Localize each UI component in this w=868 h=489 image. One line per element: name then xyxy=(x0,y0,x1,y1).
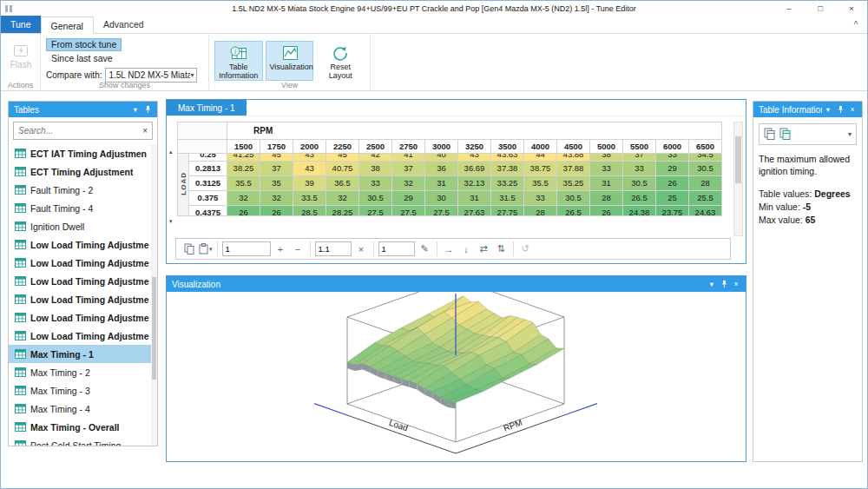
visualization-button[interactable]: Visualization xyxy=(266,41,314,81)
tables-list-item[interactable]: ECT Timing Adjustment xyxy=(9,162,151,181)
rpm-breakpoint[interactable]: 3250 xyxy=(458,140,491,154)
table-cell[interactable]: 43 xyxy=(293,154,326,162)
table-cell[interactable]: 33 xyxy=(359,176,392,191)
table-cell[interactable]: 30 xyxy=(425,191,458,206)
table-cell[interactable]: 45 xyxy=(326,154,359,162)
table-cell[interactable]: 30.5 xyxy=(557,191,590,206)
table-cell[interactable]: 37.88 xyxy=(557,162,590,176)
table-information-button[interactable]: i Table Information xyxy=(214,41,263,81)
table-cell[interactable]: 43.88 xyxy=(557,154,590,162)
fill-right-icon[interactable]: → xyxy=(442,241,457,256)
tables-list-item[interactable]: Max Timing - 2 xyxy=(9,363,151,381)
table-cell[interactable]: 26 xyxy=(227,206,260,216)
table-cell[interactable]: 36.69 xyxy=(458,162,491,176)
flash-button[interactable]: Flash xyxy=(6,37,36,76)
table-cell[interactable]: 27.5 xyxy=(392,206,425,216)
table-cell[interactable]: 32 xyxy=(326,191,359,206)
since-last-save-option[interactable]: Since last save xyxy=(46,53,113,63)
table-cell[interactable]: 33 xyxy=(524,191,557,206)
table-cell[interactable]: 43 xyxy=(293,162,326,176)
tables-list-item[interactable]: Low Load Timing Adjustme xyxy=(9,290,151,308)
table-cell[interactable]: 32.13 xyxy=(458,176,491,191)
paste-button[interactable]: ▾ xyxy=(199,243,213,254)
table-cell[interactable]: 28 xyxy=(689,176,722,191)
table-cell[interactable]: 45 xyxy=(260,154,293,162)
tab-general[interactable]: General xyxy=(41,17,94,34)
table-cell[interactable]: 26 xyxy=(260,206,293,216)
tables-list-item[interactable]: Low Load Timing Adjustme xyxy=(9,235,151,254)
rpm-breakpoint[interactable]: 4000 xyxy=(524,140,557,154)
table-cell[interactable]: 33.5 xyxy=(293,191,326,206)
rpm-breakpoint[interactable]: 2250 xyxy=(326,140,359,154)
table-cell[interactable]: 27.5 xyxy=(359,206,392,216)
table-cell[interactable]: 33 xyxy=(656,154,689,162)
grid-scrollbar-thumb[interactable] xyxy=(735,136,741,183)
load-breakpoint[interactable]: 0.4375 xyxy=(189,206,227,216)
search-input[interactable] xyxy=(18,126,139,135)
rpm-breakpoint[interactable]: 2750 xyxy=(392,140,425,154)
multiply-icon[interactable]: × xyxy=(354,241,369,256)
chevron-down-icon[interactable]: ▾ xyxy=(129,105,141,114)
tables-list-item[interactable]: Low Load Timing Adjustme xyxy=(9,327,151,345)
maximize-button[interactable]: □ xyxy=(805,1,836,17)
table-cell[interactable]: 43.63 xyxy=(491,154,524,162)
table-cell[interactable]: 40.75 xyxy=(326,162,359,176)
chevron-down-icon[interactable]: ▾ xyxy=(848,130,852,138)
tables-list-item[interactable]: Post Cold Start Timing xyxy=(9,436,151,446)
rpm-breakpoint[interactable]: 1750 xyxy=(260,140,293,154)
tables-scrollbar-thumb[interactable] xyxy=(152,277,156,380)
tab-advanced[interactable]: Advanced xyxy=(94,16,154,33)
tables-list-item[interactable]: Low Load Timing Adjustme xyxy=(9,308,151,327)
table-cell[interactable]: 42 xyxy=(359,154,392,162)
chevron-down-icon[interactable]: ▾ xyxy=(822,105,834,114)
from-stock-tune-option[interactable]: From stock tune xyxy=(46,38,122,51)
table-cell[interactable]: 33.25 xyxy=(491,176,524,191)
table-cell[interactable]: 38 xyxy=(359,162,392,176)
table-cell[interactable]: 24.38 xyxy=(623,206,656,216)
load-breakpoint[interactable]: 0.375 xyxy=(189,191,227,206)
tables-list-item[interactable]: Fault Timing - 2 xyxy=(9,181,151,199)
table-cell[interactable]: 35 xyxy=(260,176,293,191)
table-cell[interactable]: 27.63 xyxy=(458,206,491,216)
tables-list-item[interactable]: Fault Timing - 4 xyxy=(9,199,151,217)
rpm-breakpoint[interactable]: 2000 xyxy=(293,140,326,154)
close-button[interactable]: × xyxy=(836,1,867,17)
table-cell[interactable]: 32 xyxy=(227,191,260,206)
table-cell[interactable]: 36.5 xyxy=(326,176,359,191)
pencil-icon[interactable]: ✎ xyxy=(418,241,432,256)
table-cell[interactable]: 43 xyxy=(458,154,491,162)
table-cell[interactable]: 26.5 xyxy=(623,191,656,206)
swap-horizontal-icon[interactable]: ⇄ xyxy=(477,241,491,256)
table-cell[interactable]: 35.5 xyxy=(227,176,260,191)
decrement-icon[interactable]: − xyxy=(291,241,306,256)
rpm-breakpoint[interactable]: 5000 xyxy=(590,140,623,154)
minimize-button[interactable]: – xyxy=(773,1,805,17)
table-cell[interactable]: 25.5 xyxy=(689,191,722,206)
table-cell[interactable]: 41 xyxy=(392,154,425,162)
swap-vertical-icon[interactable]: ⇅ xyxy=(494,241,509,256)
set-value-input[interactable] xyxy=(378,241,415,256)
table-cell[interactable]: 30.5 xyxy=(689,162,722,176)
table-cell[interactable]: 34.5 xyxy=(689,154,722,162)
table-cell[interactable]: 37 xyxy=(260,162,293,176)
tables-list-item[interactable]: Low Load Timing Adjustme xyxy=(9,272,151,290)
fill-down-icon[interactable]: ↓ xyxy=(459,241,474,256)
copy-table-with-axes-icon[interactable] xyxy=(779,128,791,142)
scroll-down-icon[interactable]: ▾ xyxy=(169,218,173,224)
undo-icon[interactable]: ↺ xyxy=(518,241,533,256)
table-cell[interactable]: 29 xyxy=(656,162,689,176)
table-cell[interactable]: 31.5 xyxy=(491,191,524,206)
table-cell[interactable]: 35.5 xyxy=(524,176,557,191)
table-cell[interactable]: 39 xyxy=(293,176,326,191)
load-breakpoint[interactable]: 0.3125 xyxy=(189,176,227,191)
load-breakpoint[interactable]: 0.25 xyxy=(189,154,227,162)
table-cell[interactable]: 25 xyxy=(656,191,689,206)
collapse-ribbon-icon[interactable]: ^ xyxy=(845,17,867,33)
table-cell[interactable]: 44 xyxy=(524,154,557,162)
tables-list-item[interactable]: Low Load Timing Adjustme xyxy=(9,254,151,272)
copy-icon[interactable] xyxy=(181,241,196,256)
reset-layout-button[interactable]: Reset Layout xyxy=(316,41,365,81)
increment-icon[interactable]: + xyxy=(273,241,288,256)
table-cell[interactable]: 27.75 xyxy=(491,206,524,216)
pin-icon[interactable] xyxy=(834,105,846,114)
